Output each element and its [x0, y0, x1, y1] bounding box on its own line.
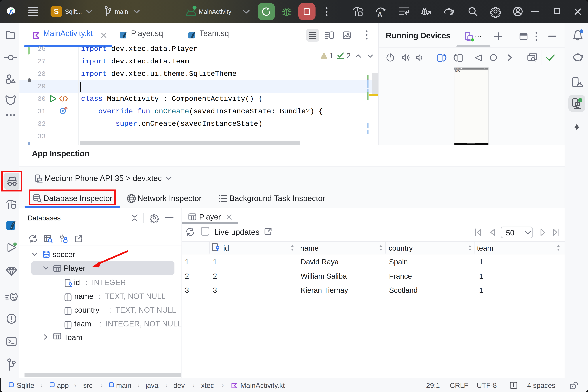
svg-text:A: A — [377, 10, 382, 18]
